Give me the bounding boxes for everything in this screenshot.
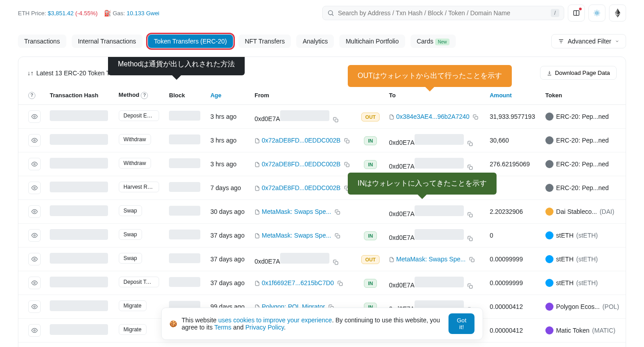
tab-nft-transfers[interactable]: NFT Transfers xyxy=(238,35,291,48)
svg-point-36 xyxy=(34,282,35,284)
view-details-button[interactable] xyxy=(28,158,41,170)
copy-icon[interactable] xyxy=(467,211,473,217)
age-cell: 37 days ago xyxy=(206,223,250,247)
direction-badge: OUT xyxy=(361,113,380,121)
tab-cards[interactable]: CardsNew xyxy=(411,35,456,48)
copy-icon[interactable] xyxy=(335,233,340,239)
tabs-row: TransactionsInternal TransactionsToken T… xyxy=(18,26,626,53)
token-cell[interactable]: Polygon Ecos... (POL) xyxy=(545,303,621,311)
col-age[interactable]: Age xyxy=(206,86,250,104)
token-cell[interactable]: ERC-20: Pep...ned xyxy=(545,113,621,121)
token-cell[interactable]: Matic Token (MATIC) xyxy=(545,326,621,334)
redacted-block xyxy=(169,111,200,121)
svg-line-11 xyxy=(595,15,595,15)
copy-icon[interactable] xyxy=(337,280,343,286)
token-cell[interactable]: ERC-20: Pep...ned xyxy=(545,136,621,144)
col-token: Token xyxy=(541,86,626,104)
token-cell[interactable]: stETH (stETH) xyxy=(545,231,621,239)
token-cell[interactable]: ERC-20: Pep...ned xyxy=(545,184,621,192)
redacted-hash xyxy=(50,229,108,240)
copy-icon[interactable] xyxy=(344,161,350,168)
direction-badge: IN xyxy=(364,136,377,145)
terms-link[interactable]: Terms xyxy=(214,324,231,331)
from-address-link[interactable]: MetaMask: Swaps Spe... xyxy=(262,232,331,239)
from-address-link[interactable]: 0x72aDE8FD...0EDDC002B xyxy=(262,184,341,191)
direction-badge: IN xyxy=(364,279,377,288)
bookmark-button[interactable] xyxy=(568,4,585,22)
cookie-accept-button[interactable]: Got it! xyxy=(449,313,475,334)
method-pill: Withdraw xyxy=(119,134,151,145)
svg-line-1 xyxy=(332,14,333,16)
token-cell[interactable]: Dai Stableco... (DAI) xyxy=(545,208,621,216)
theme-toggle-button[interactable] xyxy=(588,4,605,22)
age-cell: 7 days ago xyxy=(206,176,250,200)
svg-rect-31 xyxy=(337,235,340,239)
file-icon xyxy=(255,161,260,168)
svg-rect-21 xyxy=(469,143,472,146)
search-bar[interactable]: / xyxy=(322,6,564,20)
privacy-link[interactable]: Privacy Policy xyxy=(245,324,284,331)
table-row: Withdraw3 hrs ago0x72aDE8FD...0EDDC002B … xyxy=(18,128,626,152)
advanced-filter-button[interactable]: Advanced Filter xyxy=(551,34,626,48)
method-pill: Swap xyxy=(119,205,142,216)
tab-analytics[interactable]: Analytics xyxy=(296,35,334,48)
copy-icon[interactable] xyxy=(469,256,475,263)
from-address-link[interactable]: 0x1f6692E7...6215bC7D0 xyxy=(262,279,334,286)
view-details-button[interactable] xyxy=(28,229,41,242)
svg-point-0 xyxy=(328,11,333,15)
eth-logo-button[interactable] xyxy=(609,4,626,22)
copy-icon[interactable] xyxy=(335,209,340,215)
gas-info: ⛽ Gas: 10.133 Gwei xyxy=(104,10,160,17)
view-details-button[interactable] xyxy=(28,324,41,337)
amount-cell: 0.00099999 xyxy=(485,271,541,295)
to-address: 0xd0E7A xyxy=(389,210,415,217)
search-icon xyxy=(327,9,334,17)
copy-icon[interactable] xyxy=(467,164,473,170)
method-pill: Deposit To Lido xyxy=(119,277,159,287)
copy-icon[interactable] xyxy=(467,140,473,146)
amount-cell: 31,933.9577193 xyxy=(485,104,541,128)
cookie-icon: 🍪 xyxy=(169,320,177,327)
svg-rect-38 xyxy=(469,285,472,288)
from-address-link[interactable]: 0x72aDE8FD...0EDDC002B xyxy=(262,160,341,168)
view-details-button[interactable] xyxy=(28,300,41,313)
tab-internal-transactions[interactable]: Internal Transactions xyxy=(72,35,143,48)
age-cell xyxy=(206,342,250,347)
token-cell[interactable]: ERC-20: Pep...ned xyxy=(545,160,621,168)
col-amount[interactable]: Amount xyxy=(485,86,541,104)
file-icon xyxy=(255,185,260,191)
view-details-button[interactable] xyxy=(28,205,41,218)
copy-icon[interactable] xyxy=(333,116,338,122)
view-details-button[interactable] xyxy=(28,134,41,147)
eth-price-change: (-4.55%) xyxy=(75,10,98,17)
annotation-in: INはウォレットに入ってきたことを示す xyxy=(348,173,497,195)
to-address-link[interactable]: MetaMask: Swaps Spe... xyxy=(396,256,466,263)
copy-icon[interactable] xyxy=(333,259,338,265)
redacted-hash xyxy=(50,205,108,216)
from-address-link[interactable]: 0x72aDE8FD...0EDDC002B xyxy=(262,137,341,144)
from-address-link[interactable]: MetaMask: Swaps Spe... xyxy=(262,208,331,215)
copy-icon[interactable] xyxy=(467,282,473,289)
token-cell[interactable]: stETH (stETH) xyxy=(545,255,621,263)
copy-icon[interactable] xyxy=(473,114,478,120)
view-details-button[interactable] xyxy=(28,110,41,123)
view-details-button[interactable] xyxy=(28,277,41,289)
table-row: Swap37 days ago0xd0E7A OUTMetaMask: Swap… xyxy=(18,247,626,271)
table-row: Withdraw3 hrs ago0x72aDE8FD...0EDDC002B … xyxy=(18,152,626,176)
help-icon[interactable]: ? xyxy=(141,92,148,99)
cookie-experience-link[interactable]: uses cookies to improve your experience xyxy=(218,317,332,324)
tab-transactions[interactable]: Transactions xyxy=(18,35,66,48)
token-cell[interactable]: stETH (stETH) xyxy=(545,279,621,287)
table-row: Swap30 days agoMetaMask: Swaps Spe... 0x… xyxy=(18,200,626,223)
download-button[interactable]: Download Page Data xyxy=(540,66,617,80)
to-address-link[interactable]: 0x384e3AE4...96b2A7240 xyxy=(396,113,469,120)
help-icon[interactable]: ? xyxy=(28,92,35,99)
tab-token-transfers-erc-20-[interactable]: Token Transfers (ERC-20) xyxy=(148,35,233,48)
copy-icon[interactable] xyxy=(467,235,473,241)
copy-icon[interactable] xyxy=(344,138,350,144)
search-input[interactable] xyxy=(338,9,547,17)
tab-multichain-portfolio[interactable]: Multichain Portfolio xyxy=(339,35,405,48)
view-details-button[interactable] xyxy=(28,182,41,194)
view-details-button[interactable] xyxy=(28,253,41,265)
transfers-panel: Methodは通貨が出し入れされた方法 OUTはウォレットから出て行ったことを示… xyxy=(18,56,626,347)
